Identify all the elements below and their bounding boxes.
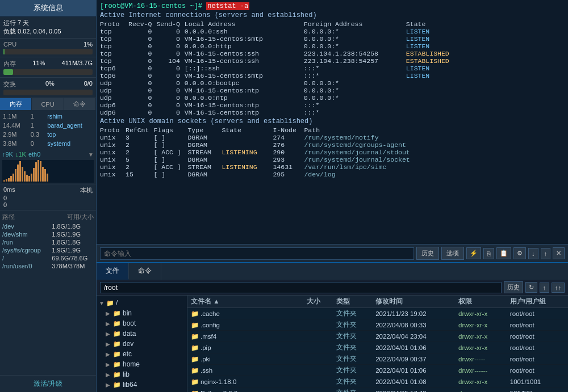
folder-name: etc — [123, 350, 132, 358]
file-column-header[interactable]: 权限 — [455, 296, 507, 308]
tree-folder-item[interactable]: ▶📁home — [97, 359, 187, 369]
file-row[interactable]: 📁.pki文件夹2022/04/09 00:37drwxr-----root/r… — [187, 353, 568, 365]
latency-row1: 0 — [3, 195, 7, 201]
download-icon-btn[interactable]: ↓ — [528, 248, 538, 259]
file-table: 文件名 ▲大小类型修改时间权限用户/用户组 📁.cache文件夹2021/11/… — [187, 296, 568, 392]
folder-icon: 📁 — [113, 310, 121, 317]
tree-folder-item[interactable]: ▶📁bin — [97, 308, 187, 318]
path-row: /dev1.8G/1.8G — [0, 222, 96, 230]
connection-row: udp000.0.0.0:ntp0.0.0.0:* — [100, 94, 454, 102]
memory-detail: 411M/3.7G — [62, 60, 93, 68]
unix-type-header: Type — [187, 127, 222, 134]
folder-name: boot — [123, 319, 136, 327]
root-folder-icon: 📁 — [106, 300, 114, 307]
chart-bar — [24, 171, 26, 182]
chart-bar — [3, 180, 5, 182]
folder-name: bin — [123, 309, 132, 317]
tree-folder-item[interactable]: ▶📁lib64 — [97, 380, 187, 390]
network-label: eth0 — [28, 151, 40, 158]
file-row[interactable]: 📁.msf4文件夹2022/04/04 23:04drwxr-xr-xroot/… — [187, 331, 568, 342]
unix-flags-header: Flags — [153, 127, 187, 134]
settings-icon-btn[interactable]: ⚙ — [513, 247, 526, 259]
chart-bar — [6, 179, 7, 182]
fm-tab-commands[interactable]: 命令 — [129, 263, 161, 280]
fm-path-bar: 历史 ↻ ↑ ↑↑ — [97, 280, 568, 296]
tree-folder-item[interactable]: ▶📁etc — [97, 349, 187, 359]
tree-folder-item[interactable]: ▶📁lib — [97, 369, 187, 380]
network-interface: ↑9K — [2, 151, 13, 158]
file-column-header[interactable]: 用户/用户组 — [507, 296, 568, 308]
folder-name: data — [123, 330, 136, 338]
file-row[interactable]: 📁.config文件夹2022/04/08 00:33drwxr-xr-xroo… — [187, 319, 568, 331]
col-local-header: Local Address — [185, 20, 304, 28]
cpu-label: CPU — [3, 41, 16, 48]
chart-bar — [10, 176, 12, 182]
tab-commands[interactable]: 命令 — [64, 98, 96, 110]
file-column-header[interactable]: 文件名 ▲ — [187, 296, 303, 308]
file-row[interactable]: 📁.cache文件夹2021/11/23 19:02drwxr-xr-xroot… — [187, 308, 568, 319]
tree-folder-item[interactable]: ▶📁boot — [97, 318, 187, 328]
folder-expand-icon: ▶ — [106, 310, 111, 317]
tree-root-label: / — [116, 299, 118, 307]
tab-cpu[interactable]: CPU — [32, 98, 64, 110]
tree-folder-item[interactable]: ▶📁data — [97, 328, 187, 339]
memory-progress-fill — [3, 69, 13, 75]
network-down: ↓1K — [15, 151, 26, 158]
file-folder-icon: 📁 — [191, 333, 199, 340]
file-row[interactable]: 📁.pip文件夹2022/04/01 01:06drwxr-xr-xroot/r… — [187, 342, 568, 353]
path-row: /sys/fs/cgroup1.9G/1.9G — [0, 246, 96, 254]
file-column-header[interactable]: 大小 — [303, 296, 333, 308]
terminal-prompt-line: [root@VM-16-15-centos ~]# netstat -a — [100, 2, 565, 10]
copy-icon-btn[interactable]: ⎘ — [483, 248, 494, 259]
swap-section: 交换 0% 0/0 — [0, 78, 96, 98]
options-button[interactable]: 选项 — [441, 247, 464, 260]
tree-folder-item[interactable]: ▶📁dev — [97, 339, 187, 349]
folder-icon: 📁 — [113, 340, 121, 348]
folder-expand-icon: ▶ — [106, 382, 111, 388]
chart-bar — [35, 162, 37, 182]
path-row: /dev/shm1.9G/1.9G — [0, 230, 96, 238]
lightning-icon-btn[interactable]: ⚡ — [466, 247, 481, 259]
unix-connection-row: unix3[ ]DGRAM274/run/systemd/notify — [100, 134, 415, 141]
fm-history-btn[interactable]: 历史 — [504, 281, 523, 293]
connection-row: udp00VM-16-15-centos:ntp0.0.0.0:* — [100, 87, 454, 94]
file-list: 文件名 ▲大小类型修改时间权限用户/用户组 📁.cache文件夹2021/11/… — [187, 296, 568, 392]
latency-value: 0ms — [3, 186, 15, 195]
fm-tab-files[interactable]: 文件 — [97, 263, 129, 280]
unix-proto-header: Proto — [100, 127, 126, 134]
file-manager: 历史 ↻ ↑ ↑↑ ▼ 📁 / ▶📁bin▶📁boot▶📁data▶📁dev▶📁… — [97, 280, 568, 392]
cmd-input-field[interactable] — [100, 247, 414, 260]
system-info-title: 系统信息 — [0, 0, 96, 16]
file-row[interactable]: 📁.ssh文件夹2022/04/01 01:06drwxr------root/… — [187, 365, 568, 376]
file-folder-icon: 📁 — [191, 378, 199, 385]
file-row[interactable]: 📁nginx-1.18.0文件夹2022/04/01 01:08drwxr-xr… — [187, 376, 568, 387]
process-row: 2.9M0.3top — [1, 130, 95, 138]
network-row: ↑9K ↓1K eth0 ▼ — [0, 150, 96, 159]
left-panel: 系统信息 运行 7 天 负载 0.02, 0.04, 0.05 CPU 1% 内… — [0, 0, 97, 392]
tree-root[interactable]: ▼ 📁 / — [97, 298, 187, 308]
fm-up-btn[interactable]: ↑ — [540, 283, 550, 293]
activate-button[interactable]: 激活/升级 — [0, 375, 96, 392]
chart-bar — [15, 169, 16, 182]
process-table: 1.1M1rshim14.4M1barad_agent2.9M0.3top3.8… — [0, 111, 96, 149]
fm-refresh-btn[interactable]: ↻ — [525, 282, 537, 293]
uptime-value: 运行 7 天 — [3, 19, 93, 27]
file-column-header[interactable]: 修改时间 — [372, 296, 455, 308]
file-column-header[interactable]: 类型 — [333, 296, 372, 308]
fm-upup-btn[interactable]: ↑↑ — [552, 283, 565, 293]
history-button[interactable]: 历史 — [416, 247, 439, 260]
close-icon-btn[interactable]: ✕ — [553, 247, 565, 259]
file-folder-icon: 📁 — [191, 322, 199, 328]
chart-bar — [40, 161, 41, 182]
col-foreign-header: Foreign Address — [304, 20, 406, 28]
file-row[interactable]: 📁Python-3.6.6文件夹2022/04/05 17:48drwxr-xr… — [187, 387, 568, 393]
clipboard-icon-btn[interactable]: 📋 — [496, 247, 511, 259]
process-list: 1.1M1rshim14.4M1barad_agent2.9M0.3top3.8… — [0, 110, 96, 150]
unix-table: Proto RefCnt Flags Type State I-Node Pat… — [100, 127, 415, 178]
upload-icon-btn[interactable]: ↑ — [541, 248, 551, 259]
memory-label: 内存 — [3, 60, 16, 68]
tab-memory[interactable]: 内存 — [0, 98, 32, 110]
section1-header: Active Internet connections (servers and… — [100, 11, 565, 19]
network-toggle[interactable]: ▼ — [88, 151, 94, 158]
fm-path-input[interactable] — [100, 282, 502, 293]
